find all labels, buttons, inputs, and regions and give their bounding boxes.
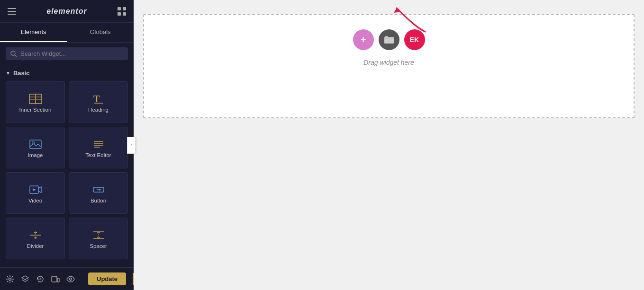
svg-rect-5 — [118, 12, 121, 16]
svg-rect-0 — [8, 8, 16, 9]
widget-divider[interactable]: Divider — [6, 218, 65, 259]
chevron-down-icon: ▼ — [6, 70, 10, 76]
svg-rect-4 — [123, 7, 126, 10]
widget-text-editor[interactable]: Text Editor — [69, 127, 128, 168]
canvas-area: + EK Drag widget here — [134, 0, 644, 290]
widget-heading[interactable]: T Heading — [69, 81, 128, 123]
search-box — [6, 47, 128, 60]
svg-rect-3 — [118, 7, 121, 10]
widget-grid: Inner Section T Heading — [6, 81, 128, 259]
sidebar-tabs: Elements Globals — [0, 23, 134, 43]
bottom-bar: Update ▲ — [0, 267, 134, 290]
image-icon — [29, 139, 42, 149]
search-icon — [10, 51, 17, 57]
widget-area: ▼ Basic Inner Section — [0, 65, 134, 267]
widget-video[interactable]: Video — [6, 172, 65, 214]
inner-section-icon — [29, 94, 42, 104]
tab-elements[interactable]: Elements — [0, 23, 67, 42]
svg-rect-39 — [57, 278, 59, 282]
fab-ek-button[interactable]: EK — [404, 29, 425, 50]
widget-button[interactable]: Button — [69, 172, 128, 214]
drop-zone[interactable]: + EK Drag widget here — [143, 14, 635, 118]
fab-add-button[interactable]: + — [353, 29, 374, 50]
svg-marker-35 — [22, 276, 28, 280]
button-icon — [92, 185, 105, 195]
history-icon[interactable] — [36, 275, 45, 283]
svg-rect-2 — [8, 14, 16, 15]
spacer-label: Spacer — [90, 243, 107, 249]
video-label: Video — [28, 198, 42, 203]
widget-spacer[interactable]: Spacer — [69, 218, 128, 259]
eye-icon[interactable] — [66, 275, 75, 283]
image-label: Image — [28, 152, 43, 158]
search-container — [0, 43, 134, 65]
svg-marker-24 — [33, 188, 36, 191]
layers-icon[interactable] — [21, 275, 29, 283]
svg-rect-17 — [30, 140, 41, 149]
widget-image[interactable]: Image — [6, 127, 65, 168]
sidebar: elementor Elements Globals — [0, 0, 134, 290]
update-button[interactable]: Update — [88, 272, 126, 285]
svg-marker-42 — [394, 8, 400, 13]
tab-globals[interactable]: Globals — [67, 23, 134, 42]
inner-section-label: Inner Section — [19, 107, 52, 113]
responsive-icon[interactable] — [51, 275, 60, 283]
grid-icon[interactable] — [118, 7, 126, 16]
text-editor-icon — [92, 139, 105, 149]
search-input[interactable] — [20, 50, 123, 57]
text-editor-label: Text Editor — [85, 152, 111, 158]
svg-rect-38 — [52, 276, 57, 282]
svg-rect-1 — [8, 11, 16, 12]
heading-icon: T — [92, 94, 105, 104]
svg-text:T: T — [93, 94, 100, 104]
collapse-button[interactable]: ‹ — [127, 137, 136, 154]
drag-hint: Drag widget here — [363, 59, 414, 66]
logo-text: elementor — [46, 7, 87, 16]
widget-inner-section[interactable]: Inner Section — [6, 81, 65, 123]
sidebar-header: elementor — [0, 0, 134, 23]
svg-rect-6 — [123, 12, 126, 16]
hamburger-icon[interactable] — [8, 8, 16, 15]
settings-icon[interactable] — [6, 275, 14, 283]
spacer-icon — [92, 230, 105, 240]
svg-line-8 — [15, 55, 17, 57]
svg-point-34 — [9, 278, 11, 280]
divider-icon — [29, 230, 42, 240]
heading-label: Heading — [88, 107, 109, 113]
button-label: Button — [91, 198, 106, 203]
video-icon — [29, 185, 42, 195]
basic-section-label: Basic — [13, 70, 30, 77]
basic-section-header[interactable]: ▼ Basic — [6, 70, 128, 77]
divider-label: Divider — [27, 243, 44, 249]
svg-point-40 — [70, 278, 72, 280]
floating-actions: + EK — [353, 29, 425, 50]
fab-folder-button[interactable] — [379, 29, 399, 50]
